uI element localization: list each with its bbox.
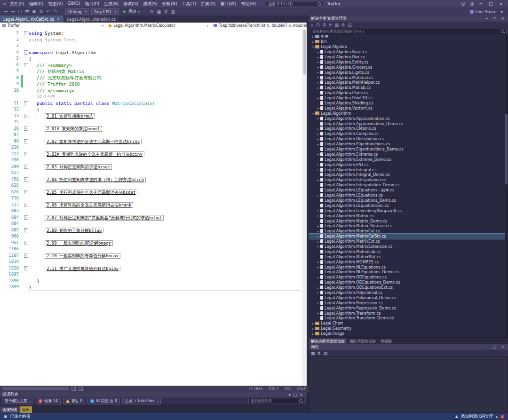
tree-collapsed-icon[interactable]: ▸ xyxy=(316,163,320,166)
tree-item[interactable]: ▸Legal.Algorithm.ODEquationsExt.cs xyxy=(309,285,508,290)
tree-item[interactable]: ▸Legal.Algorithm.MatrixCal.cs xyxy=(309,229,508,234)
tree-item[interactable]: Legal.Algorithm.Regression_Demo.cs xyxy=(309,305,508,310)
panel-tab[interactable]: 团队资源管理器 xyxy=(347,338,378,344)
quick-search-input[interactable]: 搜索 (Ctrl+Q) xyxy=(266,1,323,7)
redo-icon[interactable]: ↷ xyxy=(52,9,58,14)
tree-item[interactable]: ▸bin xyxy=(309,39,508,44)
tree-collapsed-icon[interactable]: ▸ xyxy=(316,224,320,228)
close-icon[interactable]: × xyxy=(496,1,506,6)
tree-collapsed-icon[interactable]: ▸ xyxy=(316,65,320,69)
platform-dropdown[interactable]: Any CPU ▾ xyxy=(91,8,119,15)
tree-collapsed-icon[interactable]: ▸ xyxy=(316,76,320,79)
tree-scrollbar[interactable] xyxy=(505,34,508,337)
menu-item[interactable]: 帮助(H) xyxy=(238,1,258,7)
tree-item[interactable]: Legal.Algorithm.LEquations_Demo.cs xyxy=(309,198,508,203)
hot-reload-icon[interactable]: ⟳ xyxy=(149,9,155,14)
live-share-button[interactable]: Live Share xyxy=(470,9,497,14)
fold-expand-icon[interactable]: + xyxy=(23,214,29,221)
menu-item[interactable]: 生成(B) xyxy=(102,1,121,7)
tree-collapsed-icon[interactable]: ▸ xyxy=(316,55,320,59)
properties-grid[interactable] xyxy=(309,357,508,413)
tree-item[interactable]: Legal.Algebra.Plane.cs xyxy=(309,90,508,95)
start-debugging-button[interactable]: ▶ 启动 ▾ xyxy=(121,8,142,15)
collapsed-region-box[interactable]: 2.10 一般实矩阵的奇异值分解bmuav xyxy=(45,253,120,259)
error-search-input[interactable]: 搜索错误列表 xyxy=(248,398,305,404)
panel-tab[interactable]: 类视图 xyxy=(378,338,394,344)
document-tab[interactable]: Legal.Algori...rixCalSrc.cs× xyxy=(0,16,64,23)
tree-item[interactable]: Legal.Algorithm.Transform_Demo.cs xyxy=(309,316,508,321)
break-all-icon[interactable]: ▦ xyxy=(156,9,162,14)
collapsed-region-box[interactable]: 2.02A 复矩阵求逆的全选主元高斯一约当法bcinv xyxy=(45,151,144,157)
tree-item[interactable]: ▸Legal.Algorithm.Extreme.cs xyxy=(309,151,508,157)
menu-item[interactable]: 工具(T) xyxy=(180,1,199,7)
expand-all-icon[interactable]: ⊞ xyxy=(323,23,326,27)
menu-item[interactable]: 测试(S) xyxy=(141,1,160,7)
fold-expand-icon[interactable]: + xyxy=(23,151,29,158)
collapsed-region-box[interactable]: 2.03 对称正定矩阵的求逆bssgj xyxy=(45,164,112,170)
tree-collapsed-icon[interactable]: ▸ xyxy=(316,194,320,197)
tree-collapsed-icon[interactable]: ▸ xyxy=(311,327,315,330)
collapse-all-icon[interactable]: ⊟ xyxy=(316,23,319,27)
minimize-icon[interactable]: ─ xyxy=(484,16,490,21)
tree-item[interactable]: ▸Legal.Image xyxy=(309,331,508,336)
breadcrumb-project[interactable]: Truffer ▾ xyxy=(0,23,106,29)
minimize-icon[interactable]: ─ xyxy=(484,345,490,349)
tree-collapsed-icon[interactable]: ▸ xyxy=(316,286,320,289)
tree-collapsed-icon[interactable]: ▸ xyxy=(316,71,320,74)
notifications-icon[interactable]: ◎ xyxy=(468,1,476,6)
tree-item[interactable]: ▸Legal.Algorithm.Distribution.cs xyxy=(309,136,508,142)
property-pages-icon[interactable]: ▤ xyxy=(324,351,327,356)
tree-collapsed-icon[interactable]: ▸ xyxy=(316,152,320,156)
tree-item[interactable]: ▸Legal.Algorithm.Transform.cs xyxy=(309,310,508,316)
tree-item[interactable]: ▸引用 xyxy=(309,34,508,39)
fold-expand-icon[interactable]: + xyxy=(23,113,29,119)
editor-vertical-scrollbar[interactable] xyxy=(302,29,307,386)
collapsed-region-box[interactable]: 2.02 实矩阵求逆的全选主元高斯一约当法brinv xyxy=(45,139,142,144)
tree-collapsed-icon[interactable]: ▸ xyxy=(316,178,320,182)
tree-item[interactable]: ▸Legal.Algorithm.ODEquations.cs xyxy=(309,275,508,280)
tree-collapsed-icon[interactable]: ▸ xyxy=(316,209,320,212)
close-tab-icon[interactable]: × xyxy=(57,17,60,21)
tree-item[interactable]: Legal.Algorithm.ODEquations_Demo.cs xyxy=(309,280,508,285)
fold-expand-icon[interactable]: + xyxy=(23,240,29,246)
error-scope-dropdown[interactable]: 整个解决方案 ▾ xyxy=(2,398,33,404)
tree-item[interactable]: ▸Legal.Algorithm.Complex.cs xyxy=(309,131,508,136)
restore-icon[interactable]: □ xyxy=(292,393,299,397)
tree-item[interactable]: Legal.Algorithm.MatrixLab.cs xyxy=(309,249,508,254)
find-in-files-icon[interactable]: ▥ xyxy=(170,9,176,14)
tree-item[interactable]: Legal.Algorithm.NLEquations_Demo.cs xyxy=(309,269,508,275)
tree-item[interactable]: Legal.Algebra.Shading.cs xyxy=(309,101,508,106)
close-icon[interactable]: × xyxy=(500,16,506,21)
error-source-dropdown[interactable]: 生成 + IntelliSer ▾ xyxy=(122,398,161,404)
tree-item[interactable]: Legal.Algorithm.Integral_Demo.cs xyxy=(309,172,508,177)
panel-tab[interactable]: 错误列表 xyxy=(0,406,20,413)
tree-item[interactable]: ▸Legal.Algebra.MathHelper.cs xyxy=(309,80,508,85)
tree-item[interactable]: ▾Legal.Algebra xyxy=(309,44,508,49)
tree-item[interactable]: ▾Legal.Algorithm xyxy=(309,111,508,116)
tree-item[interactable]: Legal.Algorithm.Eigenfunctions_Demo.cs xyxy=(309,147,508,152)
menu-item[interactable]: 调试(D) xyxy=(121,1,141,7)
breadcrumb-type[interactable]: Legal.Algorithm.MatrixCalculator ▾ xyxy=(106,23,211,29)
tree-item[interactable]: ▸Legal.Geometry xyxy=(309,326,508,331)
tree-collapsed-icon[interactable]: ▸ xyxy=(316,291,320,294)
code-editor[interactable]: 1−using System;2using System.Text;34−nam… xyxy=(0,29,307,386)
tree-item[interactable]: Legal.Algorithm.Interpolation_Demo.cs xyxy=(309,182,508,188)
tree-item[interactable]: ▸Legal.Algebra.Material.cs xyxy=(309,75,508,80)
errors-filter-button[interactable]: × 错误 14 xyxy=(36,398,61,404)
split-view-icon[interactable] xyxy=(79,387,83,391)
fold-expand-icon[interactable]: + xyxy=(23,138,29,145)
tree-item[interactable]: ▸Legal.Algorithm.MatrixExt.cs xyxy=(309,239,508,244)
tree-collapsed-icon[interactable]: ▸ xyxy=(316,301,320,304)
scrollbar-thumb[interactable] xyxy=(303,30,306,74)
fold-expand-icon[interactable]: + xyxy=(23,176,29,183)
chevron-up-icon[interactable]: ▴ xyxy=(496,414,498,419)
save-all-icon[interactable]: ⧉ xyxy=(38,9,44,14)
tree-item[interactable]: ▸Legal.Algebra.Vector4.cs xyxy=(309,105,508,111)
menu-item[interactable]: 项目(P) xyxy=(82,1,101,7)
tree-collapsed-icon[interactable]: ▸ xyxy=(316,86,320,89)
tree-item[interactable]: ▸Legal.Algebra.Base.cs xyxy=(309,49,508,55)
tree-collapsed-icon[interactable]: ▸ xyxy=(311,322,315,325)
scrollbar-thumb[interactable] xyxy=(505,114,508,184)
tree-collapsed-icon[interactable]: ▸ xyxy=(316,143,320,146)
tree-item[interactable]: ▸Legal.Algorithm.MatrixExtension.cs xyxy=(309,244,508,249)
